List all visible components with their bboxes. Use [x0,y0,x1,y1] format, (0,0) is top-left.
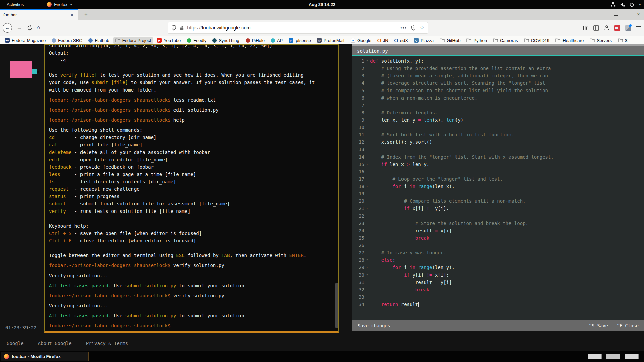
bookmark-label: $ [625,38,627,43]
code-line: 15▾ if len_x > len_y: [352,161,644,168]
tab-close-icon[interactable]: × [69,12,74,18]
favicon-icon [271,38,275,43]
bookmark-pfsense[interactable]: pfpfsense [286,37,313,44]
footer-link-about[interactable]: About Google [38,341,72,346]
maximize-icon[interactable] [626,13,629,16]
line-number: 17 [352,175,364,183]
workspace-button-2[interactable] [606,354,620,359]
tab-title: foo.bar [3,12,69,17]
bookmark-python[interactable]: Python [464,37,489,44]
new-tab-button[interactable]: + [82,10,90,18]
workspace-buttons [588,354,639,359]
back-button[interactable]: ← [3,23,12,33]
minimize-icon[interactable] [614,13,618,16]
fold-spacer [364,190,370,197]
shield-icon[interactable] [171,25,176,31]
bookmark-pihole[interactable]: PiHole [243,37,267,44]
fold-arrow-icon[interactable]: ▾ [364,271,370,279]
code-line: 14 # Index from the "longer" list. Start… [352,153,644,161]
footer-link-google[interactable]: Google [7,341,24,346]
bookmark-label: JN [383,38,388,43]
fold-arrow-icon[interactable]: ▾ [364,264,370,271]
workspace-button-3[interactable] [625,354,639,359]
library-icon[interactable] [583,25,588,31]
bookmark-label: Fedora Magazine [12,38,46,43]
extension-icon[interactable] [614,25,620,31]
line-number: 2 [352,65,364,72]
url-bar[interactable]: https://foobar.withgoogle.com ●●● ☆ [168,22,428,34]
bookmark-healthcare[interactable]: Healthcare [553,37,586,44]
account-icon[interactable] [604,25,609,31]
fold-arrow-icon[interactable]: ▾ [364,57,370,65]
terminal-line: deleteme - delete all of your data assoc… [49,148,334,156]
fold-spacer [364,116,370,124]
code-text: # when a non-match is encountered. [370,94,477,102]
bookmark-github[interactable]: GitHub [437,37,463,44]
protections-shield-icon[interactable] [411,25,416,31]
bookmark-piazza[interactable]: QPiazza [412,37,436,44]
system-tray[interactable]: ▾ [611,0,641,9]
bookmark-ap[interactable]: AP [268,37,285,44]
footer-link-privacy[interactable]: Privacy & Terms [86,341,128,346]
line-number: 21 [352,205,364,212]
fold-arrow-icon[interactable]: ▾ [364,183,370,190]
bookmark-star-icon[interactable]: ☆ [420,25,424,31]
toolbar-icons [583,20,641,36]
bookmark-fedora-magazine[interactable]: FMFedora Magazine [3,37,48,44]
close-icon[interactable]: × [637,13,640,16]
code-line: 8 # Determine lengths. [352,109,644,116]
terminal-line: Use verify [file] to test your solution … [49,71,334,79]
scrollbar-thumb[interactable] [335,283,338,328]
bookmark-protonmail[interactable]: @ProtonMail [315,37,347,44]
bookmark-label: Fedora Project [122,38,151,43]
code-line: 29▾ for i in range(len_y): [352,264,644,271]
bookmark-label: Servers [597,38,612,43]
terminal-line: your code, use submit [file] to submit y… [49,79,334,86]
code-line: 22 [352,212,644,220]
bookmark-youtube[interactable]: ▶YouTube [155,37,183,44]
terminal-scrollbar[interactable] [335,45,338,331]
forward-button[interactable]: → [16,25,23,31]
bookmark-label: Python [473,38,487,43]
bookmark-covid19[interactable]: COVID19 [522,37,552,44]
extension-icon-2[interactable] [625,25,631,31]
workspace-button-1[interactable] [588,354,602,359]
sidebar-icon[interactable] [593,25,599,31]
line-number: 9 [352,116,364,124]
shortcut-save[interactable]: ^S Save [589,323,608,328]
bookmark-flathub[interactable]: Flathub [86,37,111,44]
home-button[interactable]: ⌂ [37,24,40,31]
line-number: 30 [352,271,364,279]
bookmark-servers[interactable]: Servers [587,37,614,44]
bookmark-cameras[interactable]: Cameras [491,37,520,44]
clock[interactable]: Aug 29 14:22 [0,2,644,7]
editor-code-area[interactable]: 1▾def solution(x, y):2 # Using the provi… [352,56,644,320]
fold-arrow-icon[interactable]: ▾ [364,205,370,212]
code-line: 17 # Loop over the "longer" list and tes… [352,175,644,183]
bookmark-google[interactable]: GGoogle [348,37,374,44]
taskbar-window-firefox[interactable]: foo.bar - Mozilla Firefox [1,352,89,361]
bookmark-item[interactable]: $ [615,37,630,44]
terminal-line: foobar:~/prison-labor-dodgers shaunsetlo… [49,322,334,329]
fold-spacer [364,131,370,138]
terminal[interactable]: solution.solution([14, 27, 1, 4, 2, 50, … [44,44,339,333]
tab-foobar[interactable]: foo.bar × [0,9,78,20]
fold-arrow-icon[interactable]: ▾ [364,256,370,264]
url-text[interactable]: https://foobar.withgoogle.com [187,25,400,31]
bookmark-syncthing[interactable]: SyncThing [210,37,241,44]
page-actions-icon[interactable]: ●●● [400,26,407,29]
bookmark-fedora-project[interactable]: Fedora Project [113,37,153,44]
reload-button[interactable] [27,25,33,31]
menu-icon[interactable] [636,26,641,29]
bookmark-jn[interactable]: JN [375,37,391,44]
editor-filename: solution.py [352,46,644,56]
terminal-line: foobar:~/prison-labor-dodgers shaunsetlo… [49,96,334,104]
bookmark-feedly[interactable]: Feedly [184,37,209,44]
fold-spacer [364,138,370,146]
fold-arrow-icon[interactable]: ▾ [364,161,370,168]
shortcut-close[interactable]: ^E Close [617,323,639,328]
line-number: 33 [352,293,364,301]
terminal-line: will be removed from your home folder. [49,86,334,94]
bookmark-edx[interactable]: edX [392,37,410,44]
bookmark-fedora-src[interactable]: Fedora SRC [49,37,85,44]
